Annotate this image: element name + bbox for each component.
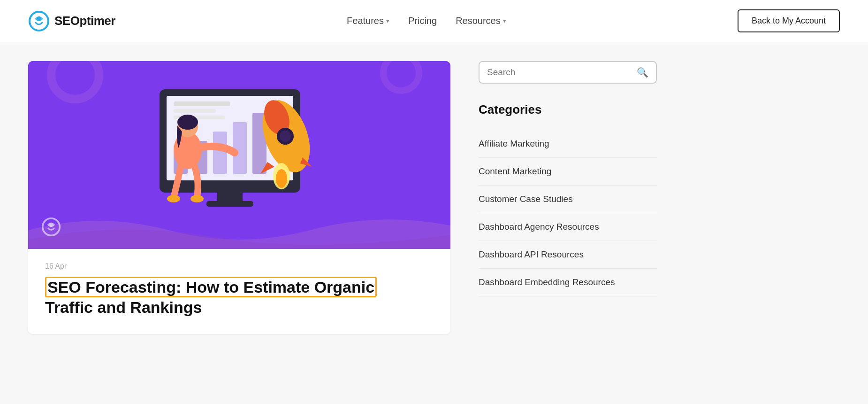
blog-card: 16 Apr SEO Forecasting: How to Estimate … [28, 61, 450, 334]
category-dashboard-api[interactable]: Dashboard API Resources [479, 241, 657, 269]
category-dashboard-agency[interactable]: Dashboard Agency Resources [479, 213, 657, 241]
search-icon[interactable]: 🔍 [637, 67, 648, 78]
svg-rect-7 [233, 122, 247, 174]
svg-rect-6 [213, 132, 227, 174]
features-chevron-icon: ▾ [386, 17, 389, 24]
blog-hero-image [28, 61, 450, 249]
category-affiliate-marketing[interactable]: Affiliate Marketing [479, 130, 657, 158]
nav-resources[interactable]: Resources ▾ [456, 16, 506, 26]
svg-rect-10 [174, 109, 216, 113]
sidebar: 🔍 Categories Affiliate Marketing Content… [479, 61, 657, 334]
svg-point-1 [37, 16, 41, 21]
content-area: 16 Apr SEO Forecasting: How to Estimate … [28, 61, 450, 334]
hero-watermark [41, 217, 61, 239]
svg-rect-13 [206, 201, 253, 207]
category-customer-case-studies[interactable]: Customer Case Studies [479, 186, 657, 213]
main-nav: Features ▾ Pricing Resources ▾ [347, 16, 506, 26]
blog-title: SEO Forecasting: How to Estimate Organic… [45, 277, 434, 317]
svg-point-26 [276, 169, 287, 188]
category-dashboard-embedding[interactable]: Dashboard Embedding Resources [479, 269, 657, 296]
blog-title-highlighted: SEO Forecasting: How to Estimate Organic [45, 277, 377, 297]
svg-point-22 [280, 131, 291, 142]
category-content-marketing[interactable]: Content Marketing [479, 158, 657, 186]
search-input[interactable] [487, 67, 637, 78]
hero-illustration [94, 75, 385, 235]
resources-chevron-icon: ▾ [503, 17, 506, 24]
nav-pricing[interactable]: Pricing [408, 16, 437, 26]
categories-title: Categories [479, 102, 657, 117]
logo-text: SEOptimer [54, 14, 115, 28]
svg-point-16 [177, 115, 198, 130]
logo[interactable]: SEOptimer [28, 10, 115, 32]
blog-date: 16 Apr [45, 262, 434, 271]
back-to-account-button[interactable]: Back to My Account [738, 9, 840, 32]
svg-point-17 [167, 195, 180, 202]
nav-features[interactable]: Features ▾ [347, 16, 389, 26]
svg-point-28 [49, 223, 53, 227]
logo-icon [28, 10, 50, 32]
svg-point-18 [190, 195, 204, 202]
blog-title-rest: Traffic and Rankings [45, 298, 202, 316]
categories-section: Categories Affiliate Marketing Content M… [479, 102, 657, 296]
search-box[interactable]: 🔍 [479, 61, 657, 84]
svg-rect-9 [174, 101, 230, 106]
blog-card-body: 16 Apr SEO Forecasting: How to Estimate … [28, 249, 450, 334]
